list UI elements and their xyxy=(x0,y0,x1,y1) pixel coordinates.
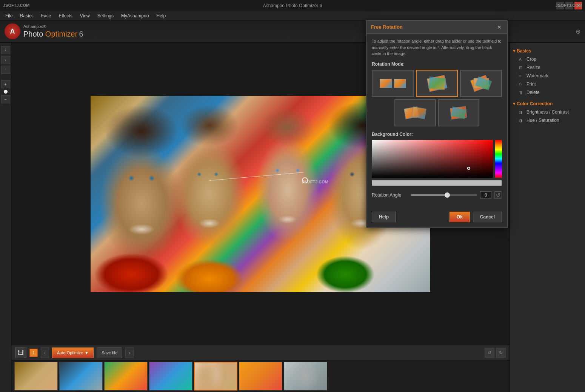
rotation-circle[interactable] xyxy=(302,177,308,183)
redo-button[interactable]: ↻ xyxy=(496,348,506,358)
color-preview-bar xyxy=(372,180,502,186)
rotation-value-input[interactable] xyxy=(480,191,491,199)
menu-view[interactable]: View xyxy=(76,12,94,20)
basics-section: ▾ Basics A Crop ⊡ Resize ≡ Watermark ⎙ P… xyxy=(510,45,585,98)
rot-visual-3 xyxy=(461,71,501,96)
crop-icon: A xyxy=(519,57,524,61)
rotation-dialog: Free Rotation ✕ To adjust the rotation a… xyxy=(366,20,508,228)
zoom-dot xyxy=(4,90,8,94)
prev-photo-button[interactable]: ‹ xyxy=(41,347,49,358)
toolbar-right-buttons: ↺ ↻ xyxy=(485,348,506,358)
rotation-mode-2[interactable] xyxy=(416,70,458,97)
film-icon-button[interactable]: 🎞 xyxy=(15,347,26,358)
menu-help[interactable]: Help xyxy=(152,12,169,20)
film-thumb-7[interactable] xyxy=(284,362,327,390)
menu-myashampoo[interactable]: MyAshampoo xyxy=(117,12,152,20)
panel-print[interactable]: ⎙ Print xyxy=(513,80,582,88)
color-gradient-box[interactable] xyxy=(372,140,493,178)
watermark-icon: ≡ xyxy=(519,74,524,78)
product-orange: Optimizer xyxy=(45,30,78,38)
basics-arrow-icon: ▾ xyxy=(513,48,515,54)
help-button[interactable]: Help xyxy=(372,212,396,222)
brightness-icon: ◑ xyxy=(519,110,524,115)
auto-optimize-button[interactable]: Auto Optimize ▼ xyxy=(52,347,94,358)
rotation-mode-5[interactable] xyxy=(438,99,480,126)
save-file-button[interactable]: Save file xyxy=(97,347,122,358)
basics-title[interactable]: ▾ Basics xyxy=(513,47,582,55)
auto-optimize-arrow: ▼ xyxy=(85,350,89,355)
delete-icon: 🗑 xyxy=(519,90,524,95)
cancel-button[interactable]: Cancel xyxy=(473,212,502,222)
rotation-slider-wrap[interactable] xyxy=(411,191,477,199)
rot-visual-5 xyxy=(439,100,479,126)
film-thumb-5[interactable] xyxy=(194,362,237,390)
color-label: Color Correction xyxy=(517,101,553,106)
color-gradient-inner xyxy=(372,140,493,178)
panel-hue[interactable]: ◑ Hue / Saturation xyxy=(513,116,582,125)
dialog-close-button[interactable]: ✕ xyxy=(496,24,503,31)
panel-watermark[interactable]: ≡ Watermark xyxy=(513,72,582,80)
color-title[interactable]: ▾ Color Correction xyxy=(513,100,582,108)
basics-label: Basics xyxy=(517,48,531,54)
zoom-plus-button[interactable]: + xyxy=(1,80,10,88)
resize-icon: ⊡ xyxy=(519,65,524,70)
watermark-left: JSOFTJ.COM xyxy=(3,3,29,8)
rot-visual-4 xyxy=(395,100,435,126)
logo-icon: A xyxy=(5,23,20,39)
share-icon[interactable]: ⊕ xyxy=(576,28,580,35)
color-spectrum[interactable] xyxy=(495,140,502,178)
slider-thumb[interactable] xyxy=(445,192,450,198)
undo-button[interactable]: ↺ xyxy=(485,348,494,358)
dialog-title: Free Rotation xyxy=(371,24,496,30)
thumb-inner-6 xyxy=(239,362,282,390)
panel-resize[interactable]: ⊡ Resize xyxy=(513,63,582,72)
rotation-reset-button[interactable]: ↺ xyxy=(494,191,502,199)
color-section: ▾ Color Correction ◑ Brightness / Contra… xyxy=(510,98,585,126)
dialog-content: To adjust the rotation angle, either dra… xyxy=(366,34,507,209)
panel-crop[interactable]: A Crop xyxy=(513,55,582,63)
menu-face[interactable]: Face xyxy=(37,12,55,20)
film-thumb-2[interactable] xyxy=(59,362,103,390)
nav-right-button[interactable]: › xyxy=(1,56,10,64)
watermark-right: JSOFTJ.COM xyxy=(556,3,582,8)
hue-label: Hue / Saturation xyxy=(526,118,559,123)
film-thumb-1[interactable] xyxy=(14,362,58,390)
rotation-mode-4[interactable] xyxy=(394,99,436,126)
app-logo: A Ashampoo® Photo Optimizer6 xyxy=(5,23,83,39)
filmstrip xyxy=(11,360,510,392)
thumb-inner-5 xyxy=(195,363,237,390)
menu-file[interactable]: File xyxy=(2,12,16,20)
color-gradient-selector[interactable] xyxy=(467,167,470,170)
nav-left-button[interactable]: ‹ xyxy=(1,46,10,54)
slider-fill xyxy=(411,194,447,196)
rotation-mode-3[interactable] xyxy=(460,70,502,97)
rotation-mode-1[interactable] xyxy=(372,70,414,97)
panel-brightness[interactable]: ◑ Brightness / Contrast xyxy=(513,108,582,116)
menu-settings[interactable]: Settings xyxy=(94,12,117,20)
app-name: Ashampoo® Photo Optimizer6 xyxy=(23,24,83,38)
menubar: File Basics Face Effects View Settings M… xyxy=(0,11,585,20)
ok-button[interactable]: Ok xyxy=(450,212,470,222)
hue-icon: ◑ xyxy=(519,118,524,123)
rot-visual-2 xyxy=(417,71,457,96)
dialog-footer: Help Ok Cancel xyxy=(366,209,507,228)
print-icon: ⎙ xyxy=(519,82,524,86)
product-white: Photo xyxy=(23,30,45,38)
next-photo-button[interactable]: › xyxy=(125,347,134,358)
thumb-inner-2 xyxy=(60,362,102,390)
brightness-label: Brightness / Contrast xyxy=(526,109,569,115)
left-panel: ‹ › ˄ + − xyxy=(0,43,11,392)
film-thumb-3[interactable] xyxy=(104,362,148,390)
watermark-label: Watermark xyxy=(526,73,548,78)
menu-effects[interactable]: Effects xyxy=(55,12,76,20)
zoom-minus-button[interactable]: − xyxy=(1,95,10,103)
thumb-inner-3 xyxy=(105,362,147,390)
panel-delete[interactable]: 🗑 Delete xyxy=(513,88,582,97)
auto-optimize-label: Auto Optimize xyxy=(57,350,83,355)
film-thumb-4[interactable] xyxy=(149,362,192,390)
resize-label: Resize xyxy=(526,65,540,70)
nav-up-button[interactable]: ˄ xyxy=(1,66,10,74)
menu-basics[interactable]: Basics xyxy=(16,12,37,20)
thumb-inner-1 xyxy=(15,362,57,390)
film-thumb-6[interactable] xyxy=(239,362,282,390)
